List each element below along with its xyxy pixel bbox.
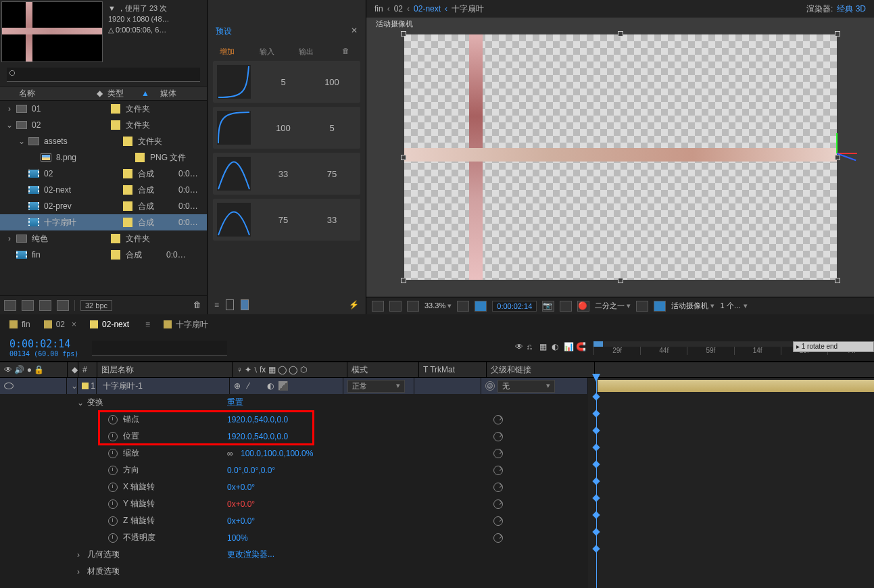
interpret-btn[interactable] [4,300,16,311]
expression-icon[interactable] [493,466,503,475]
expression-icon[interactable] [493,499,503,509]
tab-menu-icon[interactable]: ≡ [145,320,150,329]
stopwatch-icon[interactable] [108,466,118,475]
resolution-dropdown[interactable]: 二分之一 [595,301,631,311]
project-item[interactable]: 02-next合成0:0… [0,182,207,198]
expression-icon[interactable] [493,516,503,526]
tab-add[interactable]: 增加 [208,47,247,57]
composition-marker[interactable]: ▸ 1 rotate end [793,341,874,352]
stopwatch-icon[interactable] [108,516,118,526]
timeline-tab[interactable]: 十字扇叶 [164,319,208,330]
project-item[interactable]: ⌄assets文件夹 [0,133,207,149]
expression-icon[interactable] [493,533,503,543]
close-icon[interactable]: ✕ [351,26,358,37]
reset-link[interactable]: 重置 [227,397,243,408]
frame-blend-icon[interactable]: ▦ [539,342,552,354]
ease-preset[interactable]: 1005 [213,107,360,149]
project-item[interactable]: ›01文件夹 [0,101,207,117]
property-row[interactable]: 方向0.0°,0.0°,0.0° [0,462,588,479]
ease-preset[interactable]: 7533 [213,199,360,241]
lock-column-icon[interactable]: 🔒 [34,365,44,374]
project-item[interactable]: ›纯色文件夹 [0,230,207,247]
timecode-display[interactable]: 0:00:02:14 [492,301,537,312]
canvas[interactable] [404,34,837,280]
expression-icon[interactable] [493,449,503,458]
audio-column-icon[interactable]: 🔊 [14,365,24,374]
snapshot-btn[interactable]: 📷 [542,301,554,312]
stopwatch-icon[interactable] [108,499,118,509]
property-row[interactable]: X 轴旋转0x+0.0° [0,479,588,495]
visibility-toggle[interactable] [4,383,14,389]
property-row[interactable]: 不透明度100% [0,529,588,546]
project-tree[interactable]: ›01文件夹⌄02文件夹⌄assets文件夹8.pngPNG 文件02合成0:0… [0,101,207,295]
layer-row[interactable]: ⌄ 1 十字扇叶-1 ⊕ ∕ ◐ 正常 @无 [0,378,588,394]
ease-preset[interactable]: 5100 [213,61,360,103]
roi-btn[interactable] [636,301,648,312]
new-folder-btn[interactable] [22,300,34,311]
project-item[interactable]: 02合成0:0… [0,166,207,182]
ease-preset[interactable]: 3375 [213,153,360,195]
expression-icon[interactable] [493,415,503,424]
color-btn[interactable]: 🔴 [577,301,589,312]
show-snapshot-btn[interactable] [560,301,572,312]
property-row[interactable]: 位置1920.0,540.0,0.0 [0,428,588,445]
project-item[interactable]: 8.pngPNG 文件 [0,149,207,166]
trash-icon[interactable]: 🗑 [193,300,203,311]
handle-mode-b[interactable] [241,299,249,310]
mask-btn[interactable] [407,301,419,312]
timeline-tab[interactable]: 02 [44,320,65,329]
timeline-track-area[interactable] [588,378,874,588]
blend-mode-dropdown[interactable]: 正常 [347,380,405,393]
property-group[interactable]: › 材质选项 [0,563,588,580]
project-item[interactable]: ⌄02文件夹 [0,117,207,133]
navigator-thumb[interactable] [593,341,603,347]
grid-icon[interactable]: ≡ [214,300,219,310]
stopwatch-icon[interactable] [108,415,118,424]
stopwatch-icon[interactable] [108,449,118,458]
property-group[interactable]: › 几何选项更改渲染器... [0,546,588,563]
pickwhip-icon[interactable]: @ [485,381,495,391]
handle-mode-a[interactable] [226,299,234,310]
bpc-toggle[interactable]: 32 bpc [80,300,112,311]
tab-delete[interactable]: 🗑 [326,47,366,57]
viewport[interactable]: 活动摄像机 [366,18,874,297]
project-item[interactable]: 十字扇叶合成0:0… [0,214,207,230]
video-column-icon[interactable]: 👁 [4,365,12,374]
graph-icon[interactable]: 📊 [564,342,576,354]
transparency-btn[interactable] [654,301,666,312]
property-row[interactable]: 缩放∞ 100.0,100.0,100.0% [0,445,588,462]
playhead[interactable] [596,378,597,588]
tab-close-icon[interactable]: × [72,320,76,329]
safe-btn[interactable] [475,301,487,312]
tab-in[interactable]: 输入 [247,47,287,57]
tab-out[interactable]: 输出 [287,47,326,57]
transform-group[interactable]: ⌄ 变换 重置 [0,394,588,411]
time-ruler[interactable]: 29f44f59f14f29f44f ▸ 1 rotate end [593,341,874,355]
stopwatch-icon[interactable] [108,483,118,492]
current-time[interactable]: 0:00:02:14 [9,338,78,350]
new-comp-btn[interactable] [39,300,51,311]
composition-breadcrumb[interactable]: fin‹ 02‹ 02-next‹ 十字扇叶 渲染器: 经典 3D [366,0,874,18]
property-row[interactable]: Z 轴旋转0x+0.0° [0,512,588,529]
timeline-search-input[interactable] [92,341,227,356]
zoom-dropdown[interactable]: 33.3% [424,301,452,310]
timeline-tab[interactable]: fin [9,320,30,329]
expression-icon[interactable] [493,483,503,492]
timeline-tab[interactable]: 02-next [90,320,129,329]
property-row[interactable]: 锚点1920.0,540.0,0.0 [0,411,588,428]
layer-bar[interactable] [598,380,874,392]
grid-btn[interactable] [457,301,469,312]
project-columns-header[interactable]: 名称 ◆ 类型 ▲ 媒体 [0,86,207,101]
twirl-icon[interactable]: ⌄ [71,381,78,391]
project-search-input[interactable] [7,68,200,82]
snap-icon[interactable]: 🧲 [576,342,588,354]
3d-icon[interactable] [278,381,288,391]
lightning-icon[interactable]: ⚡ [349,300,359,310]
property-row[interactable]: Y 轴旋转0x+0.0° [0,495,588,512]
channel-btn[interactable] [389,301,402,312]
alpha-btn[interactable] [372,301,384,312]
parent-dropdown[interactable]: 无 [497,380,555,393]
camera-dropdown[interactable]: 活动摄像机 [671,301,714,311]
expression-icon[interactable] [493,432,503,441]
stopwatch-icon[interactable] [108,533,118,543]
